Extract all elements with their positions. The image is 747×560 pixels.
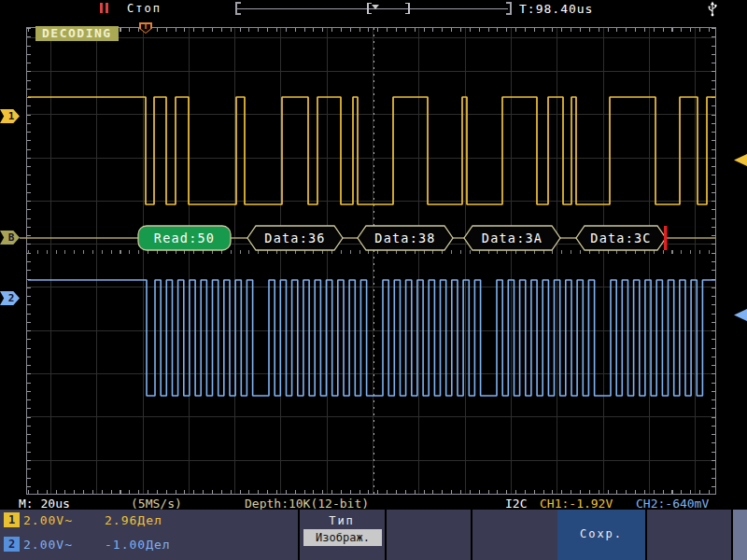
waveform-canvas: Read:50Data:36Data:38Data:3AData:3C <box>0 0 747 560</box>
ch2-scale-readout: 2.00V~ <box>23 538 73 552</box>
ch2-badge[interactable]: 2 <box>4 537 20 552</box>
decode-bubble-label: Data:38 <box>374 231 435 245</box>
ch1-badge[interactable]: 1 <box>4 512 20 527</box>
type-option-button[interactable]: Изображ. <box>303 529 382 546</box>
ch1-trigger-level-readout: CH1:-1.92V <box>540 497 613 511</box>
menu-side-strip <box>733 510 747 560</box>
decode-bubble-label: Data:3A <box>482 231 543 245</box>
decode-bubble-label: Data:3C <box>590 231 651 245</box>
ch1-position-readout: 2.96Дел <box>105 513 162 527</box>
decode-bubble-label: Data:36 <box>264 231 325 245</box>
memory-depth-readout: Depth:10K(12-bit) <box>245 497 369 511</box>
ch1-trace <box>28 97 715 204</box>
ch2-position-readout: -1.00Дел <box>105 538 171 552</box>
decode-end-mark <box>664 226 668 250</box>
bus-type-readout: I2C <box>505 497 527 511</box>
ch2-trace <box>28 280 715 396</box>
menu-divider <box>645 510 647 560</box>
ch2-trigger-level-readout: CH2:-640mV <box>636 497 709 511</box>
oscilloscope-screen: Стоп T:98.40us T DECODING Read:50Data:36… <box>0 0 747 560</box>
timebase-readout: M: 20us <box>19 497 70 511</box>
save-button[interactable]: Сохр. <box>557 527 645 540</box>
ch1-scale-readout: 2.00V~ <box>23 513 73 527</box>
menu-divider <box>471 510 472 560</box>
decode-bubble-label: Read:50 <box>154 231 215 245</box>
sample-rate-readout: (5MS/s) <box>131 497 182 511</box>
type-menu-label: Тип <box>299 514 385 527</box>
menu-divider <box>385 510 387 560</box>
